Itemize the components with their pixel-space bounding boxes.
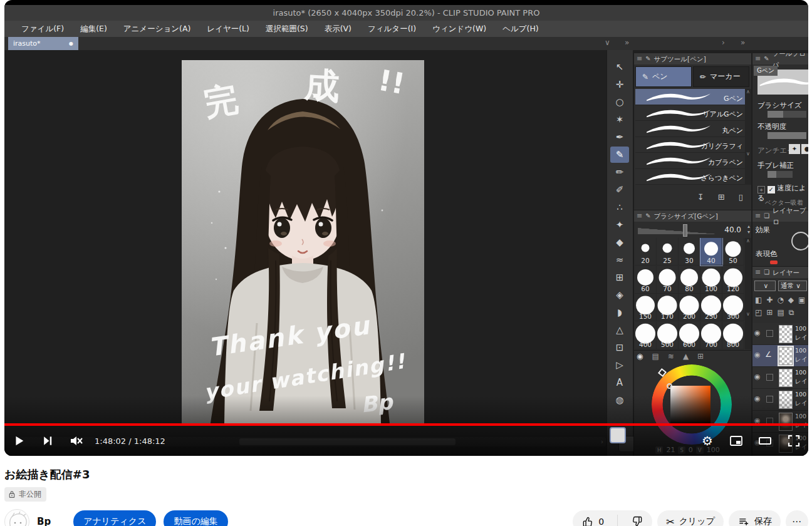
pencil-tool-icon[interactable]: ✏: [610, 164, 629, 180]
wand-tool-icon[interactable]: ✶: [610, 111, 629, 128]
color-wheel-tab-icon[interactable]: ◉: [637, 352, 652, 361]
size-100[interactable]: 100: [700, 266, 722, 294]
color-sv-square[interactable]: [670, 386, 710, 426]
menu-animation[interactable]: アニメーション(A): [115, 21, 199, 37]
frame-tool-icon[interactable]: ⊡: [610, 339, 629, 356]
size-50[interactable]: 50: [722, 238, 744, 266]
brush-size-slider[interactable]: [638, 228, 719, 234]
brush-size-value[interactable]: 40.0: [724, 225, 741, 234]
brush-size-property-slider[interactable]: [768, 111, 806, 118]
more-actions-button[interactable]: ⋯: [786, 510, 808, 526]
panel-menu-icon[interactable]: ≡: [637, 210, 642, 222]
eyedropper-tool-icon[interactable]: ✒: [610, 129, 629, 145]
expression-color-swatch[interactable]: [770, 260, 778, 264]
fullscreen-button[interactable]: [779, 428, 808, 453]
artwork-canvas[interactable]: 完 成 !! Thank you your watching!! Bp: [182, 60, 424, 423]
layer-checkbox[interactable]: [766, 330, 773, 337]
panel-expand-icon-2[interactable]: »: [741, 38, 745, 47]
size-150[interactable]: 150: [635, 294, 657, 321]
panel-collapse-icon[interactable]: ∨: [605, 38, 610, 47]
settings-button[interactable]: ⚙: [693, 428, 722, 453]
edit-video-button[interactable]: 動画の編集: [164, 510, 227, 526]
size-250[interactable]: 250: [700, 294, 722, 321]
panel-menu-icon[interactable]: ≡: [637, 53, 642, 64]
pen-item-real-g-pen[interactable]: リアルGペン: [635, 105, 746, 121]
brush-size-scrollbar[interactable]: ∧∨: [745, 238, 751, 349]
layer-checkbox[interactable]: [766, 374, 773, 381]
pen-item-kabura-pen[interactable]: カブラペン: [635, 153, 746, 169]
visibility-eye-icon[interactable]: ◉: [754, 329, 761, 337]
move-tool-icon[interactable]: ✛: [610, 76, 629, 93]
subtool-footer-icons[interactable]: ↧ ⊞ ▯: [697, 192, 749, 202]
blend-tool-icon[interactable]: ≈: [610, 252, 629, 268]
clip-button[interactable]: ✂ クリップ: [657, 510, 724, 526]
channel-avatar[interactable]: [4, 509, 29, 526]
play-button[interactable]: [4, 428, 33, 453]
speed-checkbox[interactable]: ✓: [768, 186, 775, 193]
size-80[interactable]: 80: [679, 266, 700, 294]
video-player[interactable]: irasuto* (2650 x 4040px 350dpi 20.2%) - …: [4, 0, 808, 456]
menu-filter[interactable]: フィルター(I): [360, 21, 424, 37]
size-400[interactable]: 400: [635, 322, 657, 349]
video-progress-bar[interactable]: [4, 423, 808, 426]
subtool-tab-pen[interactable]: ✎ペン: [635, 66, 692, 87]
fill-tool-icon[interactable]: ◈: [610, 287, 629, 303]
gradient-tool-icon[interactable]: ◗: [610, 304, 629, 321]
expand-plus-icon[interactable]: ＋: [757, 186, 765, 193]
pen-item-calligraphy[interactable]: カリグラフィ: [635, 137, 746, 153]
sv-marker-icon[interactable]: [667, 383, 672, 389]
decoration-tool-icon[interactable]: ✦: [610, 217, 629, 233]
size-30[interactable]: 30: [679, 238, 700, 266]
effect-circle-button[interactable]: [791, 232, 808, 250]
liquify-tool-icon[interactable]: ⊞: [610, 269, 629, 286]
object-tool-icon[interactable]: ↖: [610, 59, 629, 75]
size-25[interactable]: 25: [657, 238, 679, 266]
stabilize-property-slider[interactable]: [768, 171, 793, 178]
layer-row-selected[interactable]: ◉∠100レイ: [752, 345, 808, 367]
text-tool-icon[interactable]: A: [610, 374, 629, 391]
volume-muted-icon[interactable]: [62, 428, 91, 453]
layer-row[interactable]: ◉100レイ: [752, 323, 808, 345]
size-170[interactable]: 170: [657, 294, 679, 321]
miniplayer-button[interactable]: [722, 428, 751, 453]
panel-menu-icon[interactable]: ≡: [755, 210, 761, 222]
size-600[interactable]: 600: [679, 322, 700, 349]
pen-tool-icon[interactable]: ✎: [610, 147, 629, 163]
panel-arrow-icon[interactable]: ›: [722, 38, 725, 47]
size-700[interactable]: 700: [700, 322, 722, 349]
layer-action-icons-row2[interactable]: ◰⊞▤⧉: [755, 308, 798, 317]
menu-help[interactable]: ヘルプ(H): [494, 21, 547, 37]
pen-item-zaratsuki-pen[interactable]: ざらつきペン: [635, 169, 746, 185]
opacity-property-slider[interactable]: [768, 132, 806, 139]
menu-layer[interactable]: レイヤー(L): [199, 21, 258, 37]
layer-row[interactable]: ◉100レイ: [752, 367, 808, 389]
size-800[interactable]: 800: [722, 322, 744, 349]
layer-palette-dropdown[interactable]: ∨: [754, 281, 776, 291]
panel-menu-icon[interactable]: ≡: [755, 267, 761, 278]
color-panel-tabs[interactable]: ◉▤≋▲⊞: [637, 352, 712, 361]
like-button[interactable]: 0: [573, 510, 613, 526]
menu-selection[interactable]: 選択範囲(S): [258, 21, 316, 37]
size-120[interactable]: 120: [722, 266, 744, 294]
visibility-eye-icon[interactable]: ◉: [754, 351, 761, 359]
ruler-tool-icon[interactable]: ▷: [610, 357, 629, 373]
document-tab[interactable]: irasuto* ●: [8, 37, 78, 50]
theater-mode-button[interactable]: [751, 428, 779, 453]
antialias-option-none-icon[interactable]: ✦: [789, 144, 800, 154]
brush-size-spinner[interactable]: ▴▾: [747, 224, 750, 235]
pen-list-scrollbar[interactable]: ∧∨: [745, 89, 751, 185]
subtool-tab-marker[interactable]: ✏マーカー: [693, 66, 749, 87]
visibility-eye-icon[interactable]: ◉: [754, 394, 761, 403]
next-button[interactable]: [33, 428, 62, 453]
visibility-eye-icon[interactable]: ◉: [754, 373, 761, 381]
menu-window[interactable]: ウィンドウ(W): [424, 21, 494, 37]
eraser-tool-icon[interactable]: ◆: [610, 234, 629, 250]
menu-file[interactable]: ファイル(F): [13, 21, 72, 37]
size-300[interactable]: 300: [722, 294, 744, 321]
analytics-button[interactable]: アナリティクス: [73, 510, 156, 526]
size-200[interactable]: 200: [679, 294, 700, 321]
brush-tool-icon[interactable]: ✐: [610, 182, 629, 198]
panel-menu-icon[interactable]: ≡: [755, 53, 761, 64]
antialias-option-strong-icon[interactable]: ●: [801, 144, 808, 154]
airbrush-tool-icon[interactable]: ∴: [610, 199, 629, 215]
